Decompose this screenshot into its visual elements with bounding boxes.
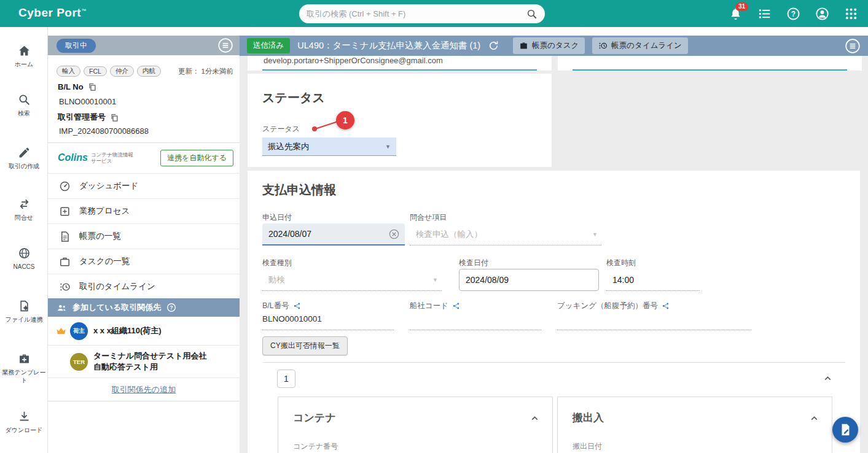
inspection-time-value: 14:00 xyxy=(606,275,700,285)
participant-name-line2: 自動応答テスト用 xyxy=(93,362,206,373)
create-transaction-icon xyxy=(18,146,31,159)
clear-icon[interactable] xyxy=(388,228,400,240)
timeline-clock-icon xyxy=(598,41,608,50)
apps-grid-button[interactable] xyxy=(844,7,858,21)
collapse-carry-icon[interactable] xyxy=(809,413,819,424)
avatar: TER xyxy=(70,353,88,371)
process-icon xyxy=(59,206,71,217)
app-window: Cyber Port™ 31 ? xyxy=(0,0,868,453)
edit-document-fab[interactable] xyxy=(832,417,858,443)
participants-help-icon[interactable]: ? xyxy=(166,303,176,312)
transaction-status-chip[interactable]: 取引中 xyxy=(57,39,96,53)
svg-text:?: ? xyxy=(791,9,796,18)
sidebar-item-label: 業務テンプレート xyxy=(0,369,48,384)
sidebar-item-template[interactable]: 業務テンプレート xyxy=(0,352,48,384)
transaction-tags: 輸入 FCL 仲介 内航 更新： 1分未満前 xyxy=(57,66,233,77)
document-menu-icon[interactable] xyxy=(845,38,861,54)
booking-number-label: ブッキング（船腹予約）番号 xyxy=(557,301,658,311)
sidebar-item-inquiry[interactable]: 問合せ xyxy=(0,198,48,222)
share-icon[interactable] xyxy=(452,302,460,310)
collapse-group-icon[interactable] xyxy=(823,373,833,384)
sidebar-item-search[interactable]: 検索 xyxy=(0,93,48,118)
cy-availability-button[interactable]: CY搬出可否情報一覧 xyxy=(262,336,348,355)
apply-date-label: 申込日付 xyxy=(262,212,292,223)
sidebar-item-label: NACCS xyxy=(11,263,36,271)
refresh-icon[interactable] xyxy=(488,40,499,52)
carrier-code-label: 船社コード xyxy=(410,301,448,311)
annotation-dot xyxy=(312,126,317,131)
add-participant-link[interactable]: 取引関係先の追加 xyxy=(112,384,176,395)
menu-item-timeline[interactable]: 取引のタイムライン xyxy=(48,274,240,299)
collapse-container-icon[interactable] xyxy=(530,413,540,424)
copy-icon[interactable] xyxy=(88,82,97,91)
tag-chip: 仲介 xyxy=(110,66,134,77)
dashboard-icon xyxy=(59,180,71,192)
menu-item-process[interactable]: 業務プロセス xyxy=(48,198,240,223)
apply-date-input[interactable]: 2024/08/07 xyxy=(262,223,405,246)
inspection-date-label: 検査日付 xyxy=(459,258,488,268)
participant-row-terminal[interactable]: TER ターミナル問合せテスト用会社 自動応答テスト用 xyxy=(48,346,240,378)
panel-menu-icon[interactable] xyxy=(217,37,233,53)
mgmt-no-label: 取引管理番号 xyxy=(58,112,106,123)
search-icon xyxy=(18,93,31,106)
inspection-date-input[interactable]: 2024/08/09 xyxy=(459,269,599,291)
carry-date-label: 搬出日付 xyxy=(573,441,602,452)
search-icon[interactable] xyxy=(526,9,538,20)
booking-number-value[interactable] xyxy=(557,314,751,330)
payment-card-title: 支払申込情報 xyxy=(262,182,336,198)
menu-item-documents[interactable]: 帳票の一覧 xyxy=(48,223,240,249)
document-timeline-button[interactable]: 帳票のタイムライン xyxy=(592,37,688,54)
inspection-type-value: 動検 xyxy=(262,274,432,285)
sidebar-item-label: ファイル連携 xyxy=(4,316,45,324)
bl-no-value: BLNO00010001 xyxy=(59,97,116,106)
menu-item-label: ダッシュボード xyxy=(79,180,138,192)
automate-link-button[interactable]: 連携を自動化する xyxy=(160,150,233,166)
sidebar-item-home[interactable]: ホーム xyxy=(0,44,48,69)
document-tasks-button[interactable]: 帳票のタスク xyxy=(513,37,585,54)
notifications-button[interactable]: 31 xyxy=(729,7,743,21)
sidebar-item-create-transaction[interactable]: 取引の作成 xyxy=(0,146,48,171)
status-select[interactable]: 振込先案内 ▼ xyxy=(262,137,396,156)
menu-item-label: 帳票の一覧 xyxy=(79,231,121,242)
share-icon[interactable] xyxy=(293,302,301,310)
sidebar-item-naccs[interactable]: NACCS xyxy=(0,247,48,271)
task-list-icon-button[interactable] xyxy=(757,7,772,21)
logo-tm: ™ xyxy=(81,8,87,14)
document-list-icon xyxy=(59,231,71,242)
sidebar-item-download[interactable]: ダウンロード xyxy=(0,410,48,435)
sidebar: ホーム 検索 取引の作成 問合せ NACCS ファイル連携 業務テンプレート xyxy=(0,27,48,453)
divider xyxy=(262,362,845,363)
search-input[interactable] xyxy=(307,9,526,18)
document-bar: 送信済み UL490：ターミナル支払申込兼入金通知書 (1) 帳票のタスク 帳票… xyxy=(240,36,868,56)
inspection-type-label: 検査種別 xyxy=(262,258,292,268)
participant-row-shipper[interactable]: 荷主 x x x組織110(荷主) xyxy=(48,317,240,346)
global-search[interactable] xyxy=(299,4,545,23)
header-actions: 31 ? xyxy=(729,0,858,27)
menu-item-tasks[interactable]: タスクの一覧 xyxy=(48,249,240,274)
menu-item-dashboard[interactable]: ダッシュボード xyxy=(48,173,240,198)
globe-icon xyxy=(18,247,31,260)
colins-logo[interactable]: Colins xyxy=(58,152,88,163)
app-logo[interactable]: Cyber Port™ xyxy=(18,6,87,20)
account-button[interactable] xyxy=(815,7,829,21)
participants-header: 参加している取引関係先 ? xyxy=(48,298,240,317)
booking-number-label-row: ブッキング（船腹予約）番号 xyxy=(557,301,670,311)
top-strip xyxy=(240,27,868,36)
participant-name: x x x組織110(荷主) xyxy=(93,325,162,336)
bl-number-value[interactable]: BLNO00010001 xyxy=(262,314,394,330)
svg-text:?: ? xyxy=(170,304,173,311)
bl-no-label-row: B/L No xyxy=(58,82,97,91)
carry-subcard-title: 搬出入 xyxy=(573,411,604,425)
chevron-down-icon: ▼ xyxy=(592,231,601,238)
menu-item-label: タスクの一覧 xyxy=(79,256,130,267)
group-index-box: 1 xyxy=(277,370,295,388)
email-field-cutoff[interactable]: develop.portaro+ShipperOrConsignee@gmail… xyxy=(248,56,552,71)
carrier-code-value[interactable] xyxy=(410,314,541,330)
field-cutoff-right[interactable] xyxy=(558,56,862,71)
copy-icon[interactable] xyxy=(110,113,119,122)
help-button[interactable]: ? xyxy=(786,7,800,21)
share-icon[interactable] xyxy=(662,302,670,310)
sidebar-item-file-link[interactable]: ファイル連携 xyxy=(0,300,48,324)
inspection-time-field[interactable]: 14:00 xyxy=(606,269,700,291)
bl-number-label: B/L番号 xyxy=(262,301,289,311)
